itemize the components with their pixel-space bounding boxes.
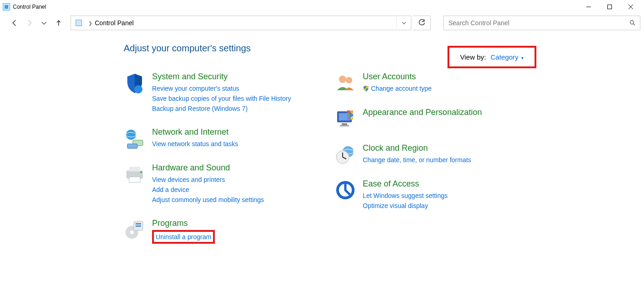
maximize-button[interactable]: [599, 0, 620, 14]
programs-icon: [124, 219, 146, 241]
link-backup-filehistory[interactable]: Save backup copies of your files with Fi…: [152, 93, 291, 104]
svg-rect-30: [347, 117, 350, 120]
back-button[interactable]: [8, 16, 21, 29]
svg-point-21: [346, 77, 352, 83]
link-backup-restore[interactable]: Backup and Restore (Windows 7): [152, 104, 291, 114]
link-windows-suggest[interactable]: Let Windows suggest settings: [363, 191, 448, 201]
category-ease-of-access[interactable]: Ease of Access: [363, 179, 448, 189]
view-by-value: Category: [491, 53, 518, 61]
svg-rect-28: [347, 114, 350, 116]
svg-point-4: [630, 21, 634, 24]
view-by-box: View by: Category ▾: [448, 46, 536, 68]
address-dropdown[interactable]: [396, 16, 411, 30]
network-icon: [124, 127, 146, 149]
nav-row: ❯ Control Panel: [0, 14, 644, 32]
svg-rect-19: [136, 225, 141, 227]
svg-point-16: [130, 230, 134, 234]
svg-point-20: [339, 76, 346, 83]
search-input[interactable]: [444, 19, 625, 27]
control-panel-icon: [74, 18, 84, 28]
shield-icon: [124, 72, 146, 94]
printer-icon: [124, 163, 146, 185]
category-appearance[interactable]: Appearance and Personalization: [363, 108, 482, 117]
svg-point-14: [140, 171, 142, 173]
search-icon[interactable]: [625, 20, 640, 26]
link-date-time-formats[interactable]: Change date, time, or number formats: [363, 155, 471, 165]
window-title: Control Panel: [13, 4, 46, 10]
link-optimize-display[interactable]: Optimize visual display: [363, 201, 448, 211]
refresh-button[interactable]: [413, 16, 431, 30]
ease-of-access-icon: [334, 179, 356, 201]
svg-rect-1: [608, 5, 612, 9]
svg-rect-10: [127, 144, 137, 148]
link-uninstall-program[interactable]: Uninstall a program: [156, 233, 211, 241]
view-by-dropdown[interactable]: Category ▾: [491, 53, 524, 61]
chevron-right-icon[interactable]: ❯: [88, 21, 92, 26]
clock-region-icon: [334, 143, 356, 165]
link-add-device[interactable]: Add a device: [152, 185, 264, 195]
chevron-down-icon: ▾: [521, 55, 524, 60]
breadcrumb-current[interactable]: Control Panel: [94, 19, 135, 27]
category-hardware[interactable]: Hardware and Sound: [152, 163, 264, 173]
svg-point-7: [126, 130, 136, 140]
uac-shield-icon: [363, 85, 369, 92]
category-programs[interactable]: Programs: [152, 219, 215, 228]
link-change-account-type[interactable]: Change account type: [371, 83, 431, 93]
forward-button[interactable]: [23, 16, 36, 29]
svg-rect-24: [342, 123, 347, 125]
svg-point-6: [134, 85, 142, 93]
svg-rect-31: [350, 117, 353, 120]
svg-rect-27: [350, 110, 353, 113]
link-mobility[interactable]: Adjust commonly used mobility settings: [152, 195, 264, 205]
up-button[interactable]: [52, 16, 65, 29]
category-clock-region[interactable]: Clock and Region: [363, 143, 471, 153]
content: Adjust your computer's settings System a…: [0, 32, 644, 257]
appearance-icon: [334, 108, 356, 130]
category-user-accounts[interactable]: User Accounts: [363, 72, 431, 82]
user-accounts-icon: [334, 72, 356, 94]
link-network-status[interactable]: View network status and tasks: [152, 139, 238, 149]
minimize-button[interactable]: [578, 0, 599, 14]
category-system-security[interactable]: System and Security: [152, 72, 291, 82]
address-bar[interactable]: ❯ Control Panel: [71, 16, 411, 30]
titlebar: Control Panel: [0, 0, 644, 14]
link-devices-printers[interactable]: View devices and printers: [152, 175, 264, 185]
svg-line-5: [633, 24, 635, 26]
svg-rect-29: [350, 114, 353, 116]
category-network[interactable]: Network and Internet: [152, 127, 238, 137]
svg-rect-18: [136, 223, 141, 224]
svg-rect-13: [129, 177, 140, 182]
link-review-status[interactable]: Review your computer's status: [152, 83, 291, 93]
svg-rect-26: [347, 110, 350, 113]
close-button[interactable]: [620, 0, 641, 14]
view-by-label: View by:: [460, 53, 486, 61]
highlight-uninstall: Uninstall a program: [152, 230, 215, 244]
page-heading: Adjust your computer's settings: [124, 43, 644, 54]
search-box[interactable]: [443, 16, 640, 30]
app-icon: [3, 3, 10, 11]
recent-dropdown[interactable]: [38, 16, 50, 29]
svg-rect-12: [129, 167, 140, 171]
svg-rect-25: [340, 125, 349, 126]
